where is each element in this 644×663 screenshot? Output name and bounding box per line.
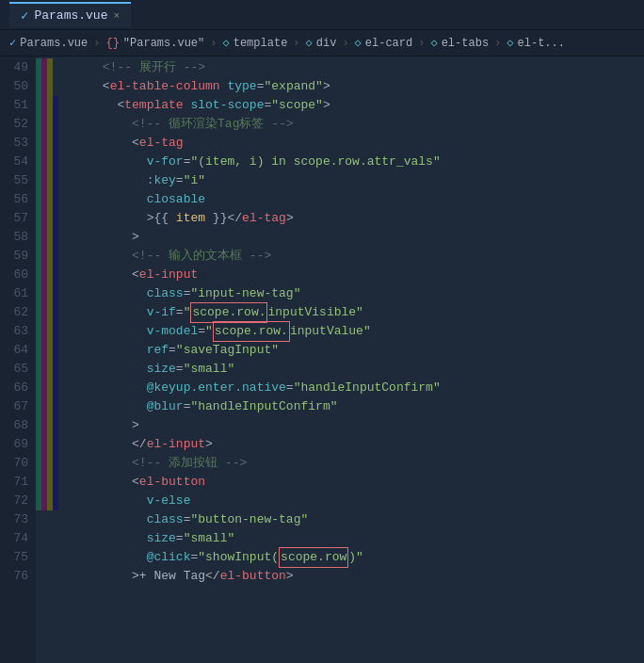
code-line-60: <el-input — [58, 266, 644, 284]
code-line-53: <el-tag — [58, 134, 644, 153]
code-text: <!-- 展开行 --> <el-table-column type="expa… — [58, 57, 644, 663]
new-label: New — [153, 567, 175, 586]
breadcrumb-check-icon: ✓ — [9, 36, 16, 50]
code-line-54: v-for="(item, i) in scope.row.attr_vals" — [58, 153, 644, 171]
code-line-56: closable — [58, 190, 644, 209]
code-line-52: <!-- 循环渲染Tag标签 --> — [58, 115, 644, 134]
code-line-50: <el-table-column type="expand"> — [58, 77, 644, 96]
breadcrumb-filename: Params.vue — [20, 37, 88, 50]
code-line-75: @click="showInput(scope.row)" — [58, 548, 644, 567]
code-line-63: v-model="scope.row.inputValue" — [58, 322, 644, 341]
code-line-67: @blur="handleInputConfirm" — [58, 397, 644, 416]
code-line-73: class="button-new-tag" — [58, 510, 644, 529]
title-bar: ✓ Params.vue × — [0, 0, 644, 30]
code-line-66: @keyup.enter.native="handleInputConfirm" — [58, 379, 644, 397]
indent-color-bars — [36, 57, 58, 663]
code-line-72: v-else — [58, 492, 644, 510]
code-line-55: :key="i" — [58, 171, 644, 190]
code-line-65: size="small" — [58, 360, 644, 379]
tab-check-icon: ✓ — [21, 8, 28, 24]
tab-params-vue[interactable]: ✓ Params.vue × — [9, 2, 131, 27]
code-line-49: <!-- 展开行 --> — [58, 58, 644, 77]
code-editor: 49 50 51 52 53 54 55 56 57 58 59 60 61 6… — [0, 57, 644, 663]
code-line-57: >{{ item }}</el-tag> — [58, 209, 644, 228]
code-line-59: <!-- 输入的文本框 --> — [58, 247, 644, 266]
breadcrumb-obj-icon: {} — [105, 37, 119, 50]
code-line-69: </el-input> — [58, 435, 644, 454]
code-line-58: > — [58, 228, 644, 247]
breadcrumb-template-icon: ◇ — [222, 36, 229, 50]
tab-filename: Params.vue — [34, 8, 107, 23]
code-line-68: > — [58, 416, 644, 435]
code-line-74: size="small" — [58, 529, 644, 548]
line-numbers: 49 50 51 52 53 54 55 56 57 58 59 60 61 6… — [0, 57, 36, 663]
code-line-51: <template slot-scope="scope"> — [58, 96, 644, 115]
breadcrumb: ✓ Params.vue › {} "Params.vue" › ◇ templ… — [0, 30, 644, 57]
code-line-71: <el-button — [58, 473, 644, 492]
code-line-62: v-if="scope.row.inputVisible" — [58, 303, 644, 322]
code-line-76: >+ New Tag</el-button> — [58, 567, 644, 586]
code-line-64: ref="saveTagInput" — [58, 341, 644, 360]
code-line-61: class="input-new-tag" — [58, 284, 644, 303]
code-line-70: <!-- 添加按钮 --> — [58, 454, 644, 473]
tab-close-button[interactable]: × — [113, 10, 120, 22]
